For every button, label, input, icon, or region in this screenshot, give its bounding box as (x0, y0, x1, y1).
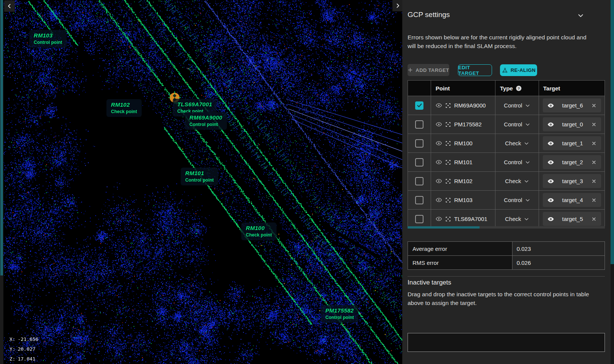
remove-target-icon[interactable] (591, 160, 597, 165)
gcp-label-name: RM101 (185, 170, 214, 176)
table-row: RM102 Check target_3 (408, 171, 605, 190)
section-divider (408, 276, 605, 277)
row-point-cell: RM101 (431, 153, 495, 171)
chevron-left-icon (7, 3, 12, 9)
collapse-section-button[interactable] (577, 12, 584, 20)
row-checkbox[interactable] (415, 196, 423, 204)
remove-target-icon[interactable] (591, 122, 597, 127)
gcp-label-name: RM102 (111, 101, 137, 108)
visibility-eye-icon[interactable] (436, 159, 442, 165)
visibility-eye-icon[interactable] (436, 178, 442, 184)
table-row: PM175582 Control target_0 (408, 115, 605, 134)
remove-target-icon[interactable] (591, 216, 597, 222)
visibility-eye-icon[interactable] (436, 216, 442, 222)
focus-crosshair-icon[interactable] (445, 178, 451, 184)
table-scrollbar-thumb[interactable] (408, 226, 480, 229)
focus-crosshair-icon[interactable] (445, 121, 451, 128)
row-checkbox[interactable] (415, 177, 423, 185)
visibility-eye-icon[interactable] (436, 140, 442, 146)
gcp-label-type: Control point (185, 177, 214, 183)
panel-scrollbar[interactable] (611, 0, 614, 364)
target-eye-icon[interactable] (547, 121, 554, 128)
remove-target-icon[interactable] (591, 141, 597, 146)
focus-crosshair-icon[interactable] (445, 159, 451, 165)
type-value: Check (505, 140, 521, 146)
chevron-right-icon (395, 3, 400, 8)
gcp-map-label[interactable]: RM102 Check point (106, 99, 142, 117)
row-checkbox[interactable] (415, 139, 423, 148)
target-pill[interactable]: target_1 (543, 136, 601, 150)
gcp-map-label[interactable]: RM101 Control point (181, 168, 218, 185)
row-target-cell: target_2 (539, 153, 605, 171)
panel-scrollbar-thumb[interactable] (611, 0, 614, 264)
row-checkbox-cell (408, 153, 431, 171)
gcp-map-label[interactable]: PM175582 Control point (321, 305, 358, 323)
visibility-eye-icon[interactable] (436, 197, 442, 203)
inactive-targets-dropzone[interactable] (408, 333, 605, 352)
gcp-label-type: Control point (325, 315, 354, 320)
left-scrollbar[interactable] (0, 0, 3, 364)
target-pill[interactable]: target_6 (543, 98, 601, 112)
align-triangle-icon (502, 67, 508, 73)
point-name: PM175582 (454, 121, 482, 128)
type-value: Control (504, 159, 522, 165)
add-target-button[interactable]: ADD TARGET (408, 64, 449, 76)
row-point-cell: PM175582 (431, 115, 495, 134)
row-target-cell: target_5 (539, 210, 605, 228)
svg-text:?: ? (517, 86, 520, 90)
target-name: target_4 (554, 197, 591, 203)
visibility-eye-icon[interactable] (436, 121, 442, 128)
row-point-cell: TLS69A7001 (431, 210, 495, 228)
focus-crosshair-icon[interactable] (445, 140, 451, 146)
target-eye-icon[interactable] (547, 159, 554, 166)
target-eye-icon[interactable] (547, 140, 554, 147)
gcp-table-header: Point Type ? Target (408, 81, 605, 96)
point-cloud-viewer[interactable]: RM103 Control point RM102 Check point TL… (3, 0, 402, 364)
target-pill[interactable]: target_5 (543, 212, 601, 226)
row-checkbox[interactable] (415, 158, 423, 166)
row-checkbox[interactable] (415, 120, 423, 129)
focus-crosshair-icon[interactable] (445, 197, 451, 203)
target-pill[interactable]: target_4 (543, 193, 601, 207)
gcp-label-name: RM100 (246, 225, 272, 231)
target-pill[interactable]: target_2 (543, 155, 601, 169)
type-dropdown[interactable]: Check (495, 210, 539, 228)
target-pill[interactable]: target_0 (543, 117, 601, 131)
type-dropdown[interactable]: Control (495, 115, 539, 134)
gcp-map-label[interactable]: RM100 Check point (241, 222, 277, 240)
target-eye-icon[interactable] (547, 197, 554, 204)
chevron-down-icon (525, 198, 530, 203)
remove-target-icon[interactable] (591, 198, 597, 203)
remove-target-icon[interactable] (591, 103, 597, 108)
collapse-left-panel-button[interactable] (4, 0, 15, 12)
gcp-table: Point Type ? Target (408, 80, 605, 229)
point-name: RM101 (454, 159, 472, 165)
remove-target-icon[interactable] (591, 179, 597, 184)
target-pill[interactable]: target_3 (543, 174, 601, 188)
coordinate-x: X:-21.656 (9, 334, 41, 344)
gcp-map-label[interactable]: RM103 Control point (29, 30, 67, 48)
edit-target-button[interactable]: EDIT TARGET (458, 64, 492, 76)
collapse-right-panel-button[interactable] (392, 0, 402, 11)
focus-crosshair-icon[interactable] (445, 216, 451, 222)
target-eye-icon[interactable] (547, 216, 554, 222)
target-eye-icon[interactable] (547, 178, 554, 185)
visibility-eye-icon[interactable] (436, 102, 442, 109)
type-dropdown[interactable]: Check (495, 134, 539, 152)
gcp-map-label[interactable]: RM69A9000 Control point (185, 112, 227, 130)
help-icon[interactable]: ? (516, 85, 522, 92)
target-eye-icon[interactable] (547, 102, 554, 109)
left-scrollbar-thumb[interactable] (0, 0, 3, 275)
type-dropdown[interactable]: Check (495, 172, 539, 190)
type-dropdown[interactable]: Control (495, 96, 539, 115)
type-value: Control (504, 121, 522, 128)
focus-crosshair-icon[interactable] (445, 103, 451, 109)
re-align-button[interactable]: RE-ALIGN (500, 64, 537, 76)
type-dropdown[interactable]: Control (495, 191, 539, 209)
row-checkbox[interactable] (415, 101, 423, 110)
row-checkbox-cell (408, 96, 431, 115)
row-checkbox[interactable] (415, 215, 423, 223)
type-dropdown[interactable]: Control (495, 153, 539, 171)
row-point-cell: RM102 (431, 172, 495, 190)
table-horizontal-scrollbar[interactable] (408, 226, 605, 229)
